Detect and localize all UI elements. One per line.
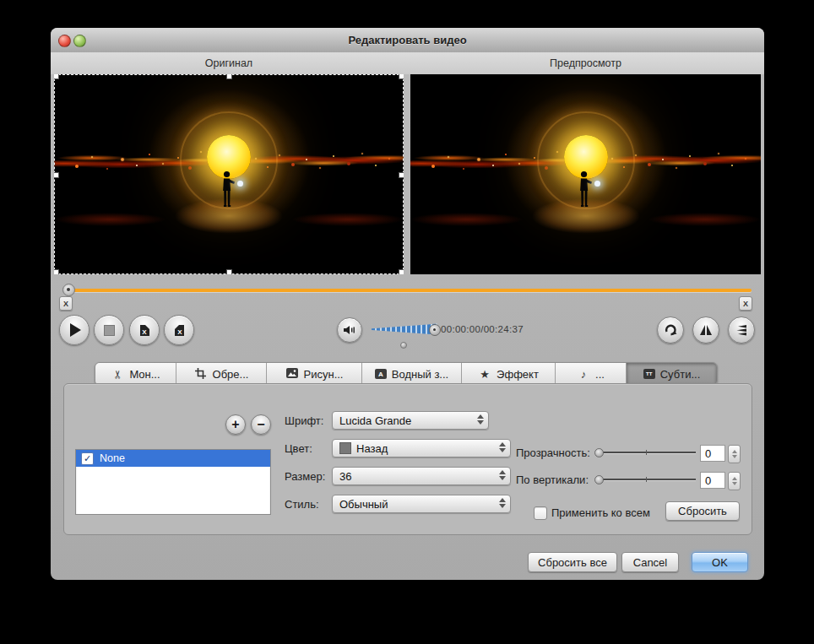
tab-label: Мон... bbox=[129, 368, 160, 381]
transparency-label: Прозрачность: bbox=[516, 446, 590, 459]
item-checkbox[interactable]: ✓ bbox=[81, 452, 94, 465]
font-dropdown[interactable]: Lucida Grande bbox=[332, 411, 489, 430]
hand-light bbox=[237, 181, 243, 187]
chevron-updown-icon bbox=[499, 498, 506, 508]
tab-label: Субти... bbox=[660, 368, 701, 381]
chevron-updown-icon bbox=[499, 442, 506, 452]
speaker-icon bbox=[343, 324, 356, 336]
tab-subtitle[interactable]: ТТ Субти... bbox=[627, 363, 717, 385]
preview-strip: Оригинал Предпросмотр bbox=[51, 52, 764, 74]
color-swatch bbox=[339, 442, 351, 454]
set-start-point-button[interactable]: X bbox=[129, 315, 160, 345]
play-icon bbox=[70, 323, 81, 337]
mute-button[interactable] bbox=[337, 317, 362, 343]
trim-start-marker[interactable]: X bbox=[59, 296, 73, 311]
volume-slider[interactable] bbox=[372, 323, 437, 335]
flip-vertical-button[interactable] bbox=[728, 317, 755, 344]
add-subtitle-button[interactable]: + bbox=[225, 414, 246, 435]
tab-effect[interactable]: ★ Эффект bbox=[462, 363, 556, 385]
floor-streak bbox=[648, 213, 761, 226]
timeline-track[interactable] bbox=[68, 289, 752, 292]
trim-end-marker[interactable]: X bbox=[739, 296, 752, 311]
window-title: Редактировать видео bbox=[51, 34, 764, 46]
color-dropdown[interactable]: Назад bbox=[332, 439, 511, 457]
flip-horizontal-button[interactable] bbox=[692, 317, 719, 344]
person-silhouette-icon bbox=[218, 170, 238, 216]
tab-label: Эффект bbox=[497, 368, 539, 381]
video-scene bbox=[410, 74, 761, 274]
remove-subtitle-button[interactable]: − bbox=[251, 414, 271, 435]
apply-to-all-label: Применить ко всем bbox=[551, 506, 650, 519]
end-flag-icon: X bbox=[173, 324, 186, 337]
vertical-value[interactable]: 0 bbox=[700, 472, 725, 489]
original-video-frame[interactable] bbox=[54, 74, 404, 274]
tab-crop[interactable]: Обре... bbox=[176, 363, 267, 385]
reset-all-button[interactable]: Сбросить все bbox=[528, 552, 617, 572]
music-note-icon: ♪ bbox=[577, 369, 590, 380]
style-dropdown[interactable]: Обычный bbox=[332, 495, 511, 513]
vertical-stepper[interactable] bbox=[728, 472, 741, 490]
tab-audio[interactable]: ♪ ... bbox=[556, 363, 627, 385]
svg-text:X: X bbox=[177, 328, 182, 336]
resize-grip[interactable] bbox=[400, 342, 407, 349]
original-label: Оригинал bbox=[54, 57, 404, 69]
time-display: 00:00:00/00:24:37 bbox=[441, 324, 524, 334]
tab-trim[interactable]: ✂ Мон... bbox=[95, 363, 176, 385]
slider-thumb[interactable] bbox=[594, 448, 604, 457]
subtitle-icon: ТТ bbox=[643, 369, 655, 379]
style-value: Обычный bbox=[339, 498, 388, 511]
spark-dots bbox=[410, 160, 412, 162]
tab-label: ... bbox=[595, 368, 605, 381]
star-icon: ★ bbox=[478, 369, 491, 380]
tab-label: Рисун... bbox=[304, 368, 344, 381]
chevron-updown-icon bbox=[499, 470, 506, 480]
rotate-button[interactable] bbox=[657, 317, 684, 344]
vertical-label: По вертикали: bbox=[516, 474, 589, 486]
scissors-icon: ✂ bbox=[112, 367, 123, 381]
subtitle-list[interactable]: ✓ None bbox=[75, 449, 271, 515]
person-silhouette-icon bbox=[574, 170, 594, 216]
floor-streak bbox=[54, 213, 166, 226]
flip-vertical-icon bbox=[734, 322, 749, 338]
list-item[interactable]: ✓ None bbox=[76, 450, 270, 467]
vertical-slider[interactable] bbox=[596, 475, 696, 483]
play-button[interactable] bbox=[59, 315, 90, 345]
titlebar[interactable]: Редактировать видео bbox=[51, 28, 764, 53]
tab-picture[interactable]: Рисун... bbox=[267, 363, 362, 385]
timeline-thumb[interactable] bbox=[62, 284, 75, 296]
stop-button[interactable] bbox=[94, 315, 124, 345]
tool-tabs: ✂ Мон... Обре... Рисун... A Водный з... … bbox=[95, 362, 718, 386]
set-end-point-button[interactable]: X bbox=[164, 315, 194, 345]
slider-thumb[interactable] bbox=[594, 475, 604, 484]
volume-wedge bbox=[372, 323, 437, 335]
ok-button[interactable]: OK bbox=[692, 552, 748, 572]
tab-label: Водный з... bbox=[392, 368, 448, 381]
flip-horizontal-icon bbox=[698, 322, 714, 338]
hand-light bbox=[594, 181, 600, 187]
picture-icon bbox=[285, 368, 299, 380]
chevron-updown-icon bbox=[477, 414, 484, 425]
item-label: None bbox=[100, 452, 125, 464]
slider-tick bbox=[646, 450, 647, 455]
rotate-icon bbox=[663, 322, 678, 338]
video-scene bbox=[54, 74, 404, 274]
svg-text:X: X bbox=[142, 328, 147, 336]
font-label: Шрифт: bbox=[285, 414, 332, 427]
reset-button[interactable]: Сбросить bbox=[665, 501, 740, 521]
size-dropdown[interactable]: 36 bbox=[332, 467, 511, 485]
color-value: Назад bbox=[356, 442, 388, 455]
volume-thumb[interactable] bbox=[429, 324, 441, 336]
tab-label: Обре... bbox=[213, 368, 249, 381]
font-value: Lucida Grande bbox=[339, 414, 411, 427]
apply-to-all-checkbox[interactable] bbox=[534, 506, 547, 520]
transparency-value[interactable]: 0 bbox=[700, 445, 725, 462]
edit-video-dialog: Редактировать видео Оригинал Предпросмот… bbox=[51, 28, 764, 580]
transparency-stepper[interactable] bbox=[728, 445, 741, 463]
slider-tick bbox=[646, 477, 647, 482]
cancel-button[interactable]: Cancel bbox=[621, 552, 679, 572]
transparency-slider[interactable] bbox=[596, 448, 696, 456]
subtitle-panel: + − ✓ None Шрифт: Lucida Grande Цвет: На… bbox=[63, 383, 752, 535]
tab-watermark[interactable]: A Водный з... bbox=[362, 363, 462, 385]
start-flag-icon: X bbox=[138, 324, 151, 337]
size-value: 36 bbox=[339, 470, 351, 483]
